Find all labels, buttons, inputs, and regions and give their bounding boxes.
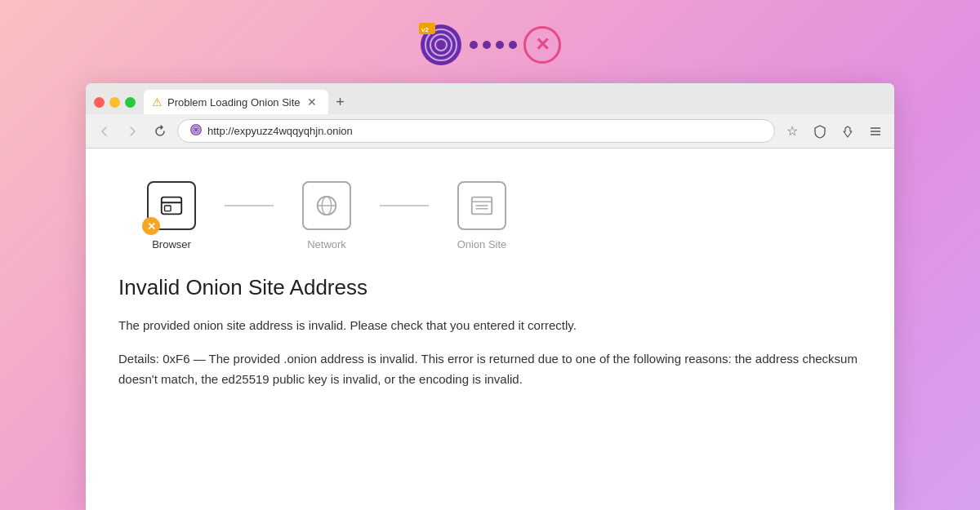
address-bar-row: http://expyuzz4wqqyqhjn.onion ☆ <box>86 114 894 149</box>
error-details: Details: 0xF6 — The provided .onion addr… <box>118 348 862 390</box>
active-tab[interactable]: ⚠ Problem Loading Onion Site ✕ <box>144 90 328 114</box>
address-field[interactable]: http://expyuzz4wqqyqhjn.onion <box>177 119 775 143</box>
connector-1 <box>225 205 274 206</box>
shield-button[interactable] <box>809 121 831 142</box>
url-text: http://expyuzz4wqqyqhjn.onion <box>207 125 353 137</box>
minimize-button[interactable] <box>109 97 120 108</box>
connection-dots <box>470 41 517 49</box>
menu-button[interactable] <box>865 121 886 142</box>
dot-1 <box>470 41 478 49</box>
error-title: Invalid Onion Site Address <box>118 275 862 300</box>
dot-2 <box>483 41 491 49</box>
tor-header: v2 ✕ <box>419 0 561 83</box>
tab-warning-icon: ⚠ <box>152 95 163 109</box>
status-browser: ✕ Browser <box>118 181 225 251</box>
connector-2 <box>380 205 429 206</box>
browser-error-badge: ✕ <box>142 217 160 235</box>
tor-onion-icon: v2 <box>419 23 463 67</box>
svg-text:v2: v2 <box>421 26 429 33</box>
browser-window: ⚠ Problem Loading Onion Site ✕ + <box>86 83 894 510</box>
close-button[interactable] <box>94 97 105 108</box>
page-content: ✕ Browser Network <box>86 149 894 415</box>
tab-close-button[interactable]: ✕ <box>305 95 318 109</box>
extension-button[interactable] <box>837 121 858 142</box>
onion-site-label: Onion Site <box>457 238 507 251</box>
forward-button[interactable] <box>122 121 143 142</box>
dot-3 <box>496 41 504 49</box>
network-label: Network <box>307 238 346 251</box>
status-network: Network <box>274 181 380 251</box>
svg-rect-14 <box>165 206 172 211</box>
error-description: The provided onion site address is inval… <box>118 317 862 335</box>
bookmark-button[interactable]: ☆ <box>782 121 803 142</box>
back-button[interactable] <box>94 121 115 142</box>
browser-label: Browser <box>152 238 191 251</box>
network-icon-circle <box>302 181 351 230</box>
browser-icon-circle: ✕ <box>147 181 196 230</box>
error-circle-icon: ✕ <box>523 26 561 64</box>
dot-4 <box>509 41 517 49</box>
status-onion-site: Onion Site <box>429 181 535 251</box>
title-bar: ⚠ Problem Loading Onion Site ✕ + <box>86 83 894 149</box>
maximize-button[interactable] <box>125 97 136 108</box>
tab-title: Problem Loading Onion Site <box>167 96 301 109</box>
onion-site-icon-circle <box>457 181 506 230</box>
onion-small-icon <box>189 123 203 139</box>
new-tab-button[interactable]: + <box>328 90 353 114</box>
status-icons-row: ✕ Browser Network <box>118 181 862 251</box>
toolbar-icons: ☆ <box>782 121 886 142</box>
reload-button[interactable] <box>149 121 171 142</box>
